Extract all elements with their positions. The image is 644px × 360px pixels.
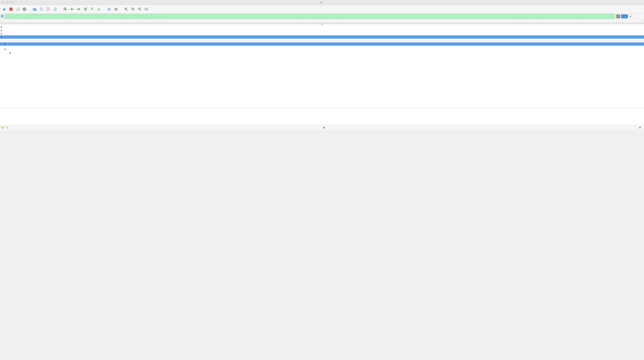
expert-info-icon[interactable] — [2, 127, 4, 129]
expand-icon[interactable]: ▶ — [4, 42, 8, 45]
svg-text:=: = — [139, 8, 140, 9]
zoom-in-button[interactable] — [123, 6, 129, 12]
title-bar — [0, 0, 644, 5]
go-last-button[interactable] — [96, 6, 102, 12]
open-file-button[interactable] — [32, 6, 38, 12]
detail-options[interactable]: ▼ — [0, 48, 644, 51]
expand-icon[interactable]: ▶ — [1, 32, 4, 35]
main-toolbar: = — [0, 5, 644, 13]
svg-rect-34 — [147, 8, 148, 10]
add-filter-button[interactable] — [638, 14, 643, 19]
status-bar: ✎ — [0, 125, 644, 130]
expression-button[interactable] — [633, 14, 638, 19]
filter-bar: ✕ → ▾ — [0, 13, 644, 19]
svg-line-23 — [126, 9, 128, 10]
go-first-button[interactable] — [89, 6, 95, 12]
detail-tcp[interactable]: ▼ — [0, 35, 644, 39]
clear-filter-button[interactable]: ✕ — [616, 14, 620, 18]
column-no[interactable] — [0, 19, 16, 23]
find-packet-button[interactable] — [62, 6, 68, 12]
detail-ethernet[interactable]: ▶ — [0, 29, 644, 32]
window-title — [0, 1, 644, 3]
expand-icon[interactable]: ▶ — [1, 25, 4, 28]
close-file-button[interactable] — [45, 6, 51, 12]
column-source[interactable] — [64, 19, 102, 23]
svg-rect-0 — [10, 7, 12, 11]
resize-columns-button[interactable] — [144, 6, 149, 12]
svg-rect-33 — [146, 8, 147, 10]
pane-splitter[interactable] — [0, 24, 644, 25]
svg-rect-3 — [40, 7, 43, 11]
reload-file-button[interactable] — [52, 6, 58, 12]
packet-details-pane: ▶ ▶ ▶ ▼ ▶ ▼ ▶ — [0, 25, 644, 108]
app-icon — [320, 1, 322, 3]
svg-point-8 — [64, 8, 66, 10]
display-filter-input[interactable] — [5, 14, 615, 19]
collapse-icon[interactable]: ▼ — [4, 48, 8, 51]
status-dot-icon — [323, 127, 325, 129]
detail-flags[interactable]: ▶ — [0, 42, 644, 46]
column-info[interactable] — [164, 19, 644, 23]
go-back-button[interactable] — [69, 6, 75, 12]
stop-capture-button[interactable] — [8, 6, 14, 12]
restart-capture-button[interactable] — [15, 6, 20, 12]
column-length[interactable] — [152, 19, 164, 23]
capture-options-button[interactable] — [22, 6, 27, 12]
column-time[interactable] — [16, 19, 64, 23]
expand-icon[interactable]: ▶ — [1, 29, 4, 32]
expand-icon[interactable]: ▶ — [10, 51, 12, 54]
svg-line-30 — [140, 9, 141, 10]
packet-list-pane — [0, 19, 644, 24]
svg-line-27 — [133, 9, 134, 10]
apply-filter-button[interactable]: → — [621, 14, 628, 18]
detail-frame[interactable]: ▶ — [0, 25, 644, 29]
go-to-packet-button[interactable] — [82, 6, 88, 12]
detail-mss[interactable]: ▶ — [0, 51, 644, 55]
colorize-button[interactable] — [113, 6, 119, 12]
column-protocol[interactable] — [138, 19, 152, 23]
column-destination[interactable] — [102, 19, 138, 23]
go-forward-button[interactable] — [76, 6, 82, 12]
status-dot-icon — [639, 127, 641, 129]
shark-fin-icon[interactable] — [1, 6, 7, 12]
zoom-out-button[interactable] — [130, 6, 136, 12]
packet-bytes-pane[interactable] — [0, 108, 644, 125]
collapse-icon[interactable]: ▼ — [1, 36, 4, 38]
save-file-button[interactable] — [38, 6, 44, 12]
svg-line-9 — [66, 9, 66, 10]
auto-scroll-button[interactable] — [106, 6, 112, 12]
detail-ip[interactable]: ▶ — [0, 32, 644, 35]
zoom-reset-button[interactable]: = — [137, 6, 142, 12]
bookmark-icon[interactable] — [1, 14, 4, 18]
filter-history-dropdown[interactable]: ▾ — [629, 14, 632, 18]
packet-list-header[interactable] — [0, 19, 644, 24]
svg-point-2 — [24, 9, 25, 10]
svg-rect-32 — [145, 8, 146, 10]
edit-icon[interactable]: ✎ — [6, 126, 8, 129]
